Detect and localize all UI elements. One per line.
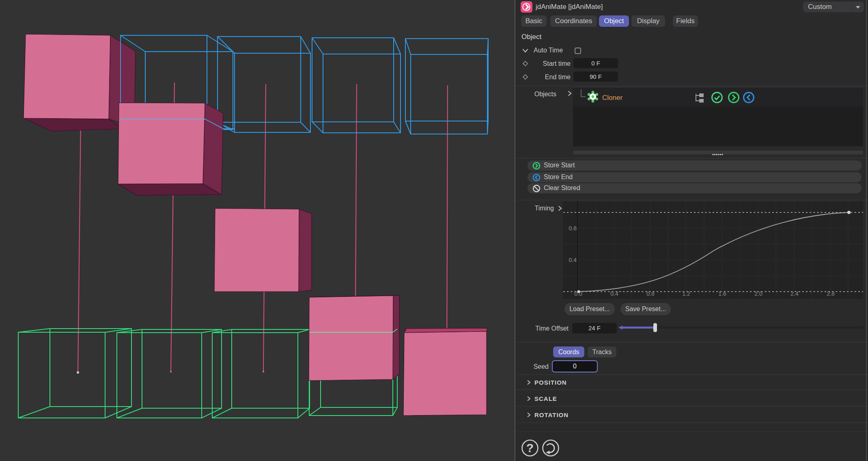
svg-text:2.4: 2.4 [790,290,799,297]
svg-text:1.2: 1.2 [682,290,690,297]
svg-text:0.0: 0.0 [574,290,582,297]
svg-text:2.0: 2.0 [754,290,762,297]
svg-text:0.4: 0.4 [569,257,577,263]
svg-text:1.6: 1.6 [718,290,726,297]
svg-text:0.4: 0.4 [610,290,618,297]
svg-text:Cloner: Cloner [602,94,622,102]
svg-text:2.8: 2.8 [827,290,835,297]
svg-text:0.8: 0.8 [646,290,655,297]
svg-text:0.8: 0.8 [569,225,577,232]
svg-text:?: ? [526,441,534,455]
